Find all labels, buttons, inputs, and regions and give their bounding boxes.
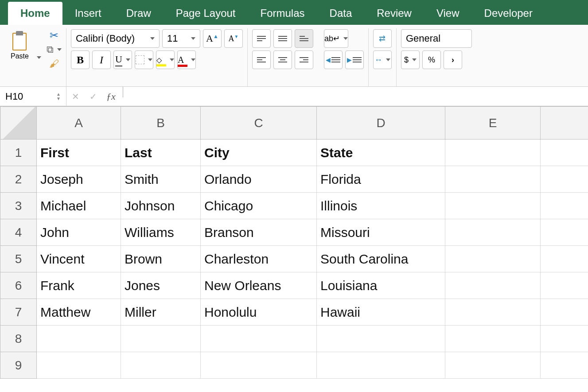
decrease-font-button[interactable]: A xyxy=(224,29,243,48)
comma-button[interactable]: › xyxy=(444,50,462,69)
cell-E7[interactable] xyxy=(445,299,541,326)
tab-page-layout[interactable]: Page Layout xyxy=(164,2,248,25)
paste-button[interactable]: Paste xyxy=(9,29,31,62)
cell-B4[interactable]: Williams xyxy=(121,219,201,246)
cell-B9[interactable] xyxy=(121,352,201,379)
cell-F2[interactable] xyxy=(541,166,588,193)
cell-D4[interactable]: Missouri xyxy=(317,219,445,246)
cell-B8[interactable] xyxy=(121,326,201,352)
bold-button[interactable]: B xyxy=(71,50,90,69)
row-header-1[interactable]: 1 xyxy=(0,140,37,166)
cell-B6[interactable]: Jones xyxy=(121,272,201,299)
cell-E3[interactable] xyxy=(445,193,541,219)
cell-F4[interactable] xyxy=(541,219,588,246)
font-name-select[interactable]: Calibri (Body) xyxy=(71,29,160,48)
cell-A2[interactable]: Joseph xyxy=(37,166,121,193)
cell-A6[interactable]: Frank xyxy=(37,272,121,299)
tab-data[interactable]: Data xyxy=(317,2,365,25)
row-header-8[interactable]: 8 xyxy=(0,326,37,352)
name-box[interactable]: H10 ▲▼ xyxy=(0,87,66,106)
merge-across-button[interactable]: ⇄ xyxy=(373,29,392,48)
cell-C2[interactable]: Orlando xyxy=(201,166,317,193)
borders-button[interactable] xyxy=(135,50,153,69)
name-box-spinner[interactable]: ▲▼ xyxy=(56,92,61,101)
cut-button[interactable]: ✂ xyxy=(47,29,62,42)
cell-D8[interactable] xyxy=(317,326,445,352)
cell-B5[interactable]: Brown xyxy=(121,246,201,272)
currency-button[interactable]: $ xyxy=(401,50,420,69)
font-color-button[interactable]: A xyxy=(177,50,196,69)
tab-view[interactable]: View xyxy=(424,2,472,25)
cell-C3[interactable]: Chicago xyxy=(201,193,317,219)
cell-E5[interactable] xyxy=(445,246,541,272)
format-painter-button[interactable]: 🖌 xyxy=(47,58,62,70)
col-header-B[interactable]: B xyxy=(121,107,201,140)
align-center-button[interactable] xyxy=(273,50,292,69)
col-header-C[interactable]: C xyxy=(201,107,317,140)
cell-E8[interactable] xyxy=(445,326,541,352)
row-header-2[interactable]: 2 xyxy=(0,166,37,193)
font-size-select[interactable]: 11 xyxy=(162,29,200,48)
cell-C1[interactable]: City xyxy=(201,140,317,166)
cell-A7[interactable]: Matthew xyxy=(37,299,121,326)
cell-B7[interactable]: Miller xyxy=(121,299,201,326)
align-bottom-button[interactable] xyxy=(295,29,313,48)
tab-home[interactable]: Home xyxy=(8,2,62,25)
cell-A1[interactable]: First xyxy=(37,140,121,166)
cell-C4[interactable]: Branson xyxy=(201,219,317,246)
cell-D5[interactable]: South Carolina xyxy=(317,246,445,272)
merge-center-button[interactable]: ↔ xyxy=(373,50,392,69)
col-header-F[interactable] xyxy=(541,107,588,140)
cell-D3[interactable]: Illinois xyxy=(317,193,445,219)
cell-D1[interactable]: State xyxy=(317,140,445,166)
cell-F3[interactable] xyxy=(541,193,588,219)
italic-button[interactable]: I xyxy=(92,50,111,69)
cell-C9[interactable] xyxy=(201,352,317,379)
percent-button[interactable]: % xyxy=(422,50,441,69)
cell-D7[interactable]: Hawaii xyxy=(317,299,445,326)
tab-draw[interactable]: Draw xyxy=(114,2,164,25)
tab-review[interactable]: Review xyxy=(364,2,424,25)
cell-F7[interactable] xyxy=(541,299,588,326)
row-header-9[interactable]: 9 xyxy=(0,352,37,379)
cell-C7[interactable]: Honolulu xyxy=(201,299,317,326)
cell-C6[interactable]: New Orleans xyxy=(201,272,317,299)
cell-E1[interactable] xyxy=(445,140,541,166)
cell-A4[interactable]: John xyxy=(37,219,121,246)
align-left-button[interactable] xyxy=(252,50,271,69)
cell-E9[interactable] xyxy=(445,352,541,379)
cell-E4[interactable] xyxy=(445,219,541,246)
cancel-formula-button[interactable]: ✕ xyxy=(66,91,84,102)
tab-developer[interactable]: Developer xyxy=(472,2,545,25)
decrease-indent-button[interactable]: ◀ xyxy=(324,50,343,69)
cell-C5[interactable]: Charleston xyxy=(201,246,317,272)
cell-F5[interactable] xyxy=(541,246,588,272)
col-header-E[interactable]: E xyxy=(445,107,541,140)
cell-B1[interactable]: Last xyxy=(121,140,201,166)
cell-B2[interactable]: Smith xyxy=(121,166,201,193)
cell-F1[interactable] xyxy=(541,140,588,166)
cell-B3[interactable]: Johnson xyxy=(121,193,201,219)
cell-D9[interactable] xyxy=(317,352,445,379)
select-all-corner[interactable] xyxy=(0,107,37,140)
fill-color-button[interactable]: ◇ xyxy=(156,50,175,69)
cell-C8[interactable] xyxy=(201,326,317,352)
cell-F6[interactable] xyxy=(541,272,588,299)
align-right-button[interactable] xyxy=(295,50,313,69)
fx-label[interactable]: ƒx xyxy=(102,91,120,102)
row-header-4[interactable]: 4 xyxy=(0,219,37,246)
number-format-select[interactable]: General xyxy=(401,29,472,48)
increase-font-button[interactable]: A xyxy=(203,29,222,48)
tab-insert[interactable]: Insert xyxy=(62,2,114,25)
cell-E6[interactable] xyxy=(445,272,541,299)
align-middle-button[interactable] xyxy=(273,29,292,48)
formula-input[interactable] xyxy=(120,87,588,106)
cell-A3[interactable]: Michael xyxy=(37,193,121,219)
cell-F8[interactable] xyxy=(541,326,588,352)
col-header-A[interactable]: A xyxy=(37,107,121,140)
cell-E2[interactable] xyxy=(445,166,541,193)
cell-D2[interactable]: Florida xyxy=(317,166,445,193)
row-header-5[interactable]: 5 xyxy=(0,246,37,272)
cell-A8[interactable] xyxy=(37,326,121,352)
col-header-D[interactable]: D xyxy=(317,107,445,140)
